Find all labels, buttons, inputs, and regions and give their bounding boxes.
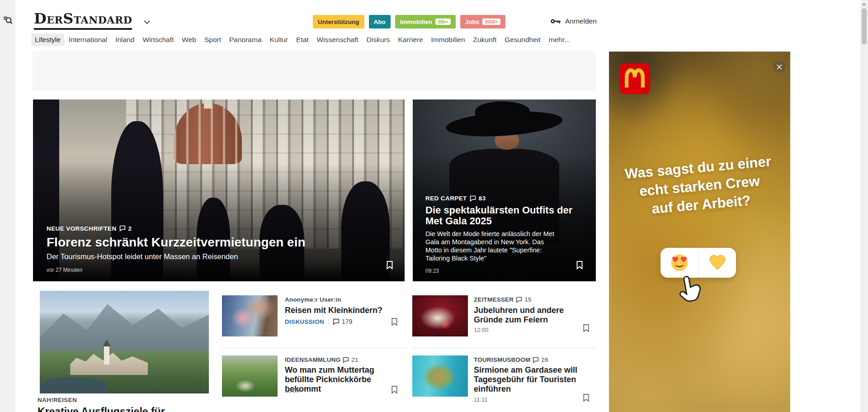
bookmark-icon <box>582 393 590 402</box>
article-kicker: ZEITMESSER 15 <box>474 296 532 303</box>
divider <box>222 348 407 348</box>
golden-arches-icon <box>623 67 646 90</box>
bookmark-button[interactable] <box>391 385 398 394</box>
jobs-button[interactable]: Jobs 3000+ <box>460 15 505 28</box>
bookmark-button[interactable] <box>391 317 398 326</box>
yellow-heart-emoji <box>708 254 726 272</box>
main-nav: Lifestyle International Inland Wirtschaf… <box>31 33 574 46</box>
nav-item-immobilien[interactable]: Immobilien <box>428 33 469 46</box>
nav-item-web[interactable]: Web <box>178 33 200 46</box>
article-kicker: IDEENSAMMLUNG 21 <box>285 356 359 363</box>
comments-icon <box>533 357 539 363</box>
hero-article-met-gala[interactable]: RED CARPET 83 Die spektakulärsten Outfit… <box>413 99 596 281</box>
abo-button[interactable]: Abo <box>369 15 391 28</box>
hero-timestamp: 09:23 <box>425 268 587 274</box>
article-kicker: Anonyme:r User:in <box>285 296 341 303</box>
article-title[interactable]: Reisen mit Kleinkindern? <box>285 306 399 315</box>
hero-overlay: NEUE VORSCHRIFTEN 2 Florenz schränkt Kur… <box>47 225 379 273</box>
article-thumbnail[interactable] <box>222 355 278 397</box>
bookmark-button[interactable] <box>576 260 584 270</box>
jobs-label: Jobs <box>465 19 480 25</box>
comment-count: 28 <box>541 356 548 363</box>
hand-cursor-icon <box>675 272 707 306</box>
comment-count: 21 <box>351 356 358 363</box>
nav-item-mehr[interactable]: mehr... <box>545 33 574 46</box>
support-button[interactable]: Unterstützung <box>313 15 364 28</box>
mcdonalds-ad[interactable]: Was sagst du zu einer echt starken Crew … <box>609 52 790 412</box>
hero-overlay: RED CARPET 83 Die spektakulärsten Outfit… <box>425 195 587 274</box>
hero-kicker: RED CARPET <box>425 195 467 202</box>
bookmark-icon <box>576 260 584 270</box>
reaction-yellow-heart-button[interactable] <box>698 248 736 278</box>
nav-item-zukunft[interactable]: Zukunft <box>470 33 500 46</box>
chevron-down-icon[interactable] <box>144 18 150 23</box>
nav-item-sport[interactable]: Sport <box>201 33 225 46</box>
left-rail <box>0 0 15 412</box>
nav-item-etat[interactable]: Etat <box>292 33 312 46</box>
nav-item-wissenschaft[interactable]: Wissenschaft <box>313 33 362 46</box>
promo-buttons: Unterstützung Abo Immobilien 30k+ Jobs 3… <box>313 15 505 28</box>
scrollbar-up-arrow[interactable] <box>862 3 866 5</box>
bookmark-button[interactable] <box>582 324 590 332</box>
article-thumbnail[interactable] <box>412 355 468 397</box>
article-meta: DISKUSSION 179 <box>285 318 352 325</box>
key-icon <box>551 18 561 24</box>
article-title[interactable]: Sirmione am Gardasee will Tagesgebühr fü… <box>474 365 580 394</box>
bookmark-icon <box>391 385 398 394</box>
comments-icon <box>333 318 340 325</box>
article-thumbnail[interactable] <box>412 295 468 336</box>
feature-kicker: NAH!REISEN <box>38 397 77 403</box>
nav-item-lifestyle[interactable]: Lifestyle <box>31 33 64 46</box>
comments-icon <box>470 195 476 202</box>
hero-title[interactable]: Die spektakulärsten Outfits der Met Gala… <box>425 205 587 227</box>
nav-item-kultur[interactable]: Kultur <box>266 33 292 46</box>
immobilien-button[interactable]: Immobilien 30k+ <box>395 15 456 28</box>
article-thumbnail[interactable] <box>222 295 278 336</box>
article-time: 11:11 <box>474 396 488 403</box>
article-title[interactable]: Jubeluhren und andere Gründe zum Feiern <box>474 306 588 325</box>
mcdonalds-logo <box>619 63 650 94</box>
immobilien-label: Immobilien <box>400 19 432 25</box>
divider <box>412 348 596 348</box>
abo-label: Abo <box>374 19 386 25</box>
discussion-tag[interactable]: DISKUSSION <box>285 318 324 325</box>
nav-item-karriere[interactable]: Karriere <box>394 33 426 46</box>
bookmark-button[interactable] <box>582 393 590 402</box>
nav-item-gesundheit[interactable]: Gesundheit <box>501 33 544 46</box>
hero-kicker: NEUE VORSCHRIFTEN <box>47 225 117 232</box>
feature-title[interactable]: Kreative Ausflugsziele für <box>38 406 165 412</box>
nav-item-international[interactable]: International <box>65 33 111 46</box>
bookmark-button[interactable] <box>386 260 394 270</box>
comment-count: 179 <box>342 318 352 325</box>
article-time: 12:00 <box>474 327 489 333</box>
ad-placeholder <box>33 51 596 91</box>
login-button[interactable]: Anmelden <box>551 17 597 25</box>
nav-item-panorama[interactable]: Panorama <box>226 33 265 46</box>
scrollbar[interactable] <box>860 0 868 412</box>
bookmark-icon <box>386 260 394 270</box>
support-label: Unterstützung <box>318 19 359 25</box>
search-icon <box>3 15 13 25</box>
comment-count: 15 <box>524 296 531 303</box>
hero-subtitle: Der Tourismus-Hotspot leidet unter Masse… <box>47 252 379 261</box>
jobs-badge: 3000+ <box>482 19 500 25</box>
nav-item-wirtschaft[interactable]: Wirtschaft <box>139 33 177 46</box>
ad-background <box>609 52 790 412</box>
login-label: Anmelden <box>565 17 597 25</box>
nav-item-inland[interactable]: Inland <box>112 33 138 46</box>
search-button[interactable] <box>2 15 13 26</box>
logo[interactable]: DerStandard <box>34 10 132 30</box>
feature-image-alpine-village[interactable] <box>40 291 209 393</box>
bookmark-icon <box>582 324 590 332</box>
scrollbar-thumb[interactable] <box>862 8 867 44</box>
close-icon <box>776 64 783 70</box>
heart-eyes-emoji <box>670 254 689 272</box>
nav-item-diskurs[interactable]: Diskurs <box>363 33 394 46</box>
hero-article-florenz[interactable]: NEUE VORSCHRIFTEN 2 Florenz schränkt Kur… <box>33 99 405 281</box>
bookmark-icon <box>391 317 398 326</box>
ad-close-button[interactable] <box>773 61 785 73</box>
hero-title[interactable]: Florenz schränkt Kurzzeitvermietungen ei… <box>47 236 379 250</box>
article-title[interactable]: Wo man zum Muttertag befüllte Picknickkö… <box>285 365 399 394</box>
derstandard-homepage: DerStandard Unterstützung Abo Immobilien… <box>0 0 868 412</box>
article-time: 13:00 <box>285 387 300 394</box>
